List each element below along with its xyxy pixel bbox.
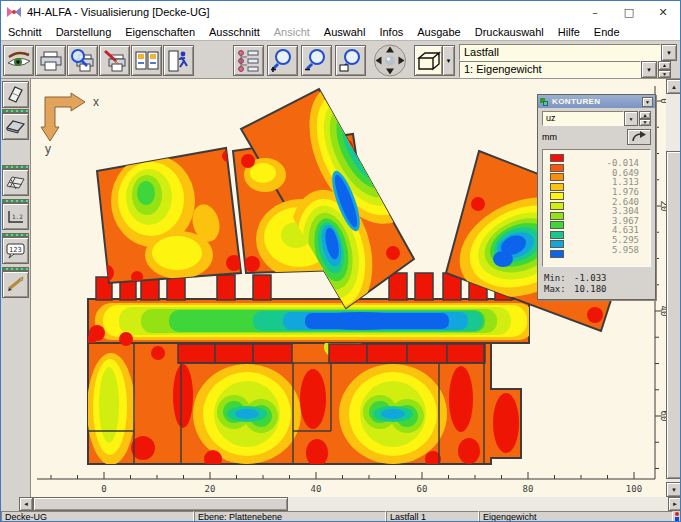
unit-label: mm bbox=[542, 132, 627, 142]
konturen-titlebar[interactable]: KONTUREN ▼ bbox=[538, 95, 655, 108]
legend-swatch bbox=[550, 212, 564, 220]
menu-ende[interactable]: Ende bbox=[587, 26, 627, 38]
legend-value: 2.640 bbox=[577, 197, 639, 207]
loadcase-spin-up[interactable]: ▲ bbox=[658, 61, 671, 70]
svg-text:1.2: 1.2 bbox=[12, 213, 23, 220]
app-window: 4H-ALFA - Visualisierung [Decke-UG] – □ … bbox=[0, 0, 681, 522]
unit-row: mm bbox=[538, 126, 655, 145]
vertical-scroll-thumb[interactable] bbox=[666, 151, 681, 479]
chevron-down-icon: ▼ bbox=[629, 116, 634, 122]
menu-schnitt[interactable]: Schnitt bbox=[1, 26, 49, 38]
axis-arrows: x y bbox=[41, 93, 99, 156]
lastfall-combo[interactable]: Lastfall ▼ bbox=[459, 44, 677, 61]
layers-icon bbox=[540, 98, 549, 106]
slab-icon bbox=[5, 118, 26, 135]
values-panel-button[interactable]: 123 bbox=[2, 237, 29, 264]
menu-ausgabe[interactable]: Ausgabe bbox=[410, 26, 467, 38]
printer-pencil-icon bbox=[102, 49, 128, 73]
legend-value: 5.295 bbox=[577, 235, 639, 245]
display-settings-button[interactable] bbox=[3, 45, 34, 76]
legend-swatch bbox=[550, 231, 564, 239]
contour-legend: -0.0140.6491.3131.9762.6403.3043.9674.63… bbox=[542, 149, 651, 267]
zoom-window-button[interactable] bbox=[335, 45, 366, 76]
scroll-down-button[interactable]: ▼ bbox=[666, 482, 681, 497]
maximize-button[interactable]: □ bbox=[612, 1, 646, 23]
svg-text:40: 40 bbox=[311, 484, 322, 494]
legend-value: 3.967 bbox=[577, 216, 639, 226]
print-edit-button[interactable] bbox=[99, 45, 130, 76]
loadcase-combo[interactable]: 1: Eigengewicht ▼ bbox=[459, 61, 657, 78]
status-loadcase: Lastfall 1 bbox=[386, 511, 479, 522]
vertical-scrollbar[interactable]: ▲ ▼ bbox=[666, 79, 681, 497]
statusbar: Decke-UG Ebene: Plattenebene Lastfall 1 … bbox=[1, 511, 680, 522]
arrow-down-icon: ▼ bbox=[671, 487, 677, 493]
menu-infos[interactable]: Infos bbox=[372, 26, 410, 38]
menu-ausschnitt[interactable]: Ausschnitt bbox=[202, 26, 267, 38]
max-label: Max: bbox=[544, 284, 574, 295]
menu-eigenschaften[interactable]: Eigenschaften bbox=[118, 26, 202, 38]
svg-text:123: 123 bbox=[9, 246, 22, 254]
konturen-panel[interactable]: KONTUREN ▼ uz ▼ ▲ ▼ mm -0.0140.6491.3131… bbox=[537, 94, 656, 300]
numbers-icon: 123 bbox=[5, 242, 26, 259]
pan-navigator-button[interactable] bbox=[371, 44, 409, 77]
scroll-right-button[interactable]: ► bbox=[668, 497, 681, 511]
menu-darstellung[interactable]: Darstellung bbox=[49, 26, 119, 38]
plane-3d-icon bbox=[5, 85, 26, 104]
menu-druckauswahl[interactable]: Druckauswahl bbox=[468, 26, 551, 38]
legend-value: 5.958 bbox=[577, 245, 639, 255]
sketch-panel-button[interactable] bbox=[2, 271, 29, 298]
chevron-down-icon: ▼ bbox=[645, 99, 650, 105]
slab-panel-button[interactable] bbox=[2, 113, 29, 140]
x-axis-arrow-label: x bbox=[93, 95, 99, 109]
exit-button[interactable] bbox=[163, 45, 194, 76]
zoom-out-button[interactable] bbox=[301, 45, 332, 76]
mesh-panel-button[interactable] bbox=[2, 169, 29, 196]
close-button[interactable]: ✕ bbox=[646, 1, 680, 23]
svg-text:20: 20 bbox=[205, 484, 216, 494]
lastfall-combo-value[interactable]: Lastfall bbox=[459, 44, 661, 61]
y-ruler: 0204060 bbox=[655, 86, 666, 479]
view-3d-button[interactable] bbox=[414, 45, 443, 76]
loadcase-combo-arrow[interactable]: ▼ bbox=[641, 61, 657, 78]
print-button[interactable] bbox=[35, 45, 66, 76]
chevron-down-icon: ▼ bbox=[646, 67, 652, 73]
structure-tree-button[interactable] bbox=[233, 45, 264, 76]
dimension-panel-button[interactable]: 1.2 bbox=[2, 203, 29, 230]
legend-swatch bbox=[550, 164, 564, 172]
legend-value: 0.649 bbox=[577, 168, 639, 178]
quantity-combo-arrow[interactable]: ▼ bbox=[624, 111, 638, 126]
arrow-right-icon: ► bbox=[672, 501, 678, 507]
menu-hilfe[interactable]: Hilfe bbox=[551, 26, 587, 38]
corridor-contours bbox=[86, 303, 535, 345]
quantity-combo[interactable]: uz bbox=[542, 111, 624, 126]
scroll-left-button[interactable]: ◄ bbox=[19, 497, 33, 511]
titlebar: 4H-ALFA - Visualisierung [Decke-UG] – □ … bbox=[1, 1, 680, 23]
max-value: 10.180 bbox=[574, 284, 607, 295]
horizontal-scrollbar[interactable]: ◄ ► bbox=[19, 497, 681, 511]
print-preview-button[interactable] bbox=[67, 45, 98, 76]
min-label: Min: bbox=[544, 273, 574, 284]
quantity-spin-up[interactable]: ▲ bbox=[639, 111, 651, 119]
minimize-button[interactable]: – bbox=[578, 1, 612, 23]
projection-panel-button[interactable] bbox=[2, 81, 29, 108]
lastfall-combo-arrow[interactable]: ▼ bbox=[661, 44, 677, 61]
printer-icon bbox=[39, 50, 63, 72]
app-logo-icon bbox=[6, 5, 22, 19]
menu-auswahl[interactable]: Auswahl bbox=[317, 26, 373, 38]
left-toolbar: 1.2 123 bbox=[1, 79, 31, 497]
scroll-up-button[interactable]: ▲ bbox=[666, 79, 681, 94]
view-3d-dropdown-button[interactable]: ▼ bbox=[442, 45, 455, 76]
loadcase-combo-value[interactable]: 1: Eigengewicht bbox=[459, 61, 641, 78]
svg-text:0: 0 bbox=[101, 484, 106, 494]
arrow-left-icon: ◄ bbox=[23, 501, 29, 507]
menubar: Schnitt Darstellung Eigenschaften Aussch… bbox=[1, 23, 680, 41]
legend-swatch bbox=[550, 221, 564, 229]
loadcase-spin-down[interactable]: ▼ bbox=[658, 70, 671, 79]
legend-value: 4.631 bbox=[577, 225, 639, 235]
quantity-spin-down[interactable]: ▼ bbox=[639, 119, 651, 127]
apply-button[interactable] bbox=[627, 129, 651, 145]
documentation-button[interactable] bbox=[131, 45, 162, 76]
konturen-collapse-button[interactable]: ▼ bbox=[642, 97, 653, 107]
zoom-in-button[interactable] bbox=[267, 45, 298, 76]
horizontal-scroll-thumb[interactable] bbox=[33, 497, 288, 511]
